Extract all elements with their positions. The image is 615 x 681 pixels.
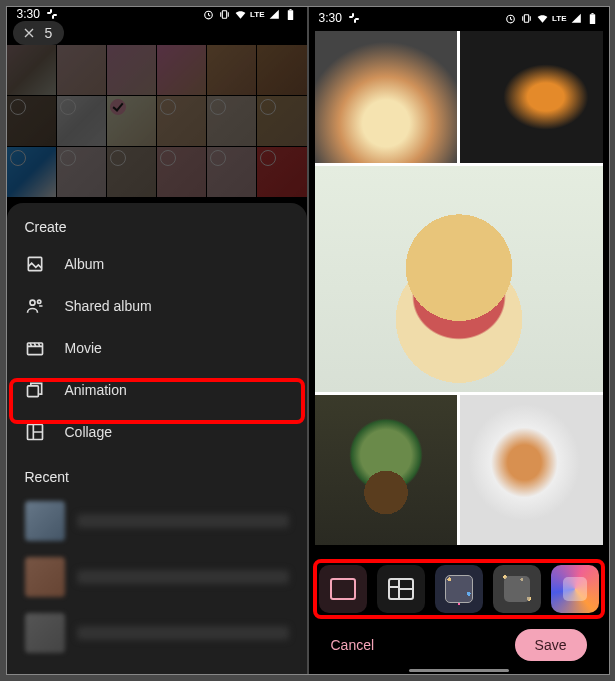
selection-pill[interactable]: 5 (13, 21, 65, 45)
save-button[interactable]: Save (515, 629, 587, 661)
wifi-icon (234, 8, 247, 21)
svg-rect-6 (287, 10, 292, 20)
style-selector-row (309, 557, 609, 621)
recent-item[interactable] (7, 549, 307, 605)
photo-thumb[interactable] (107, 147, 156, 197)
style-sparkle[interactable] (435, 565, 483, 613)
photo-thumb[interactable] (7, 147, 56, 197)
recent-item[interactable] (7, 605, 307, 661)
status-time: 3:30 (319, 11, 342, 25)
collage-preview-area (309, 29, 609, 557)
collage-cell[interactable] (460, 395, 603, 546)
svg-point-10 (37, 300, 40, 303)
svg-rect-2 (50, 9, 52, 13)
photo-thumb[interactable] (57, 45, 106, 95)
movie-icon (25, 338, 45, 358)
svg-rect-7 (289, 9, 291, 10)
photo-thumb[interactable] (207, 45, 256, 95)
svg-rect-19 (524, 14, 528, 22)
collage-cell[interactable] (315, 166, 603, 392)
phone-right: 3:30 LTE (309, 7, 609, 674)
photo-thumb[interactable] (57, 147, 106, 197)
svg-rect-17 (354, 19, 356, 23)
alarm-icon (504, 12, 517, 25)
phone-left: 3:30 LTE 5 (7, 7, 307, 674)
alarm-icon (202, 8, 215, 21)
svg-rect-3 (52, 15, 54, 19)
photo-thumb[interactable] (7, 45, 56, 95)
photo-thumb[interactable] (207, 147, 256, 197)
photo-thumb[interactable] (157, 96, 206, 146)
style-layout-1[interactable] (319, 565, 367, 613)
signal-icon (268, 8, 281, 21)
status-time: 3:30 (17, 7, 40, 21)
collage-cell[interactable] (460, 31, 603, 163)
battery-icon (284, 8, 297, 21)
svg-point-9 (30, 300, 35, 305)
menu-album[interactable]: Album (7, 243, 307, 285)
menu-movie[interactable]: Movie (7, 327, 307, 369)
selection-header: 5 (7, 21, 307, 45)
slack-icon (46, 8, 58, 20)
sheet-title: Create (7, 219, 307, 243)
photo-thumb[interactable] (157, 147, 206, 197)
photo-thumb[interactable] (107, 96, 156, 146)
collage-cell[interactable] (315, 31, 458, 163)
svg-rect-16 (352, 13, 354, 17)
photo-thumb[interactable] (257, 147, 306, 197)
style-layout-2[interactable] (377, 565, 425, 613)
check-icon (110, 99, 126, 115)
menu-collage[interactable]: Collage (7, 411, 307, 453)
photo-thumb[interactable] (107, 45, 156, 95)
create-sheet: Create Album Shared album Movie Animatio… (7, 203, 307, 674)
svg-rect-20 (589, 14, 594, 24)
photo-thumb[interactable] (257, 45, 306, 95)
style-colorful[interactable] (551, 565, 599, 613)
wifi-icon (536, 12, 549, 25)
slack-icon (348, 12, 360, 24)
lte-label: LTE (250, 10, 265, 19)
svg-rect-21 (591, 13, 593, 14)
menu-label: Movie (65, 340, 102, 356)
style-gold-dots[interactable] (493, 565, 541, 613)
collage-icon (25, 422, 45, 442)
recent-item[interactable] (7, 493, 307, 549)
all-albums[interactable]: All albums (7, 661, 307, 674)
shared-icon (25, 296, 45, 316)
menu-label: Collage (65, 424, 112, 440)
menu-label: Animation (65, 382, 127, 398)
gesture-bar (409, 669, 509, 672)
signal-icon (570, 12, 583, 25)
menu-label: Shared album (65, 298, 152, 314)
photo-thumb[interactable] (207, 96, 256, 146)
lte-label: LTE (552, 14, 567, 23)
svg-rect-5 (222, 10, 226, 18)
photo-thumb[interactable] (157, 45, 206, 95)
status-bar: 3:30 LTE (7, 7, 307, 21)
vibrate-icon (218, 8, 231, 21)
close-icon[interactable] (21, 25, 37, 41)
selection-count: 5 (45, 25, 53, 41)
svg-rect-22 (331, 579, 355, 599)
menu-label: Album (65, 256, 105, 272)
cancel-button[interactable]: Cancel (331, 637, 375, 653)
status-bar: 3:30 LTE (309, 7, 609, 29)
recent-title: Recent (7, 453, 307, 493)
action-row: Cancel Save (309, 621, 609, 667)
album-icon (25, 254, 45, 274)
collage-cell[interactable] (315, 395, 458, 546)
animation-icon (25, 380, 45, 400)
photo-grid[interactable] (7, 45, 307, 203)
collage-preview[interactable] (315, 31, 603, 545)
menu-shared-album[interactable]: Shared album (7, 285, 307, 327)
vibrate-icon (520, 12, 533, 25)
menu-animation[interactable]: Animation (7, 369, 307, 411)
photo-thumb[interactable] (7, 96, 56, 146)
photo-thumb[interactable] (57, 96, 106, 146)
svg-rect-12 (27, 386, 38, 397)
battery-icon (586, 12, 599, 25)
photo-thumb[interactable] (257, 96, 306, 146)
